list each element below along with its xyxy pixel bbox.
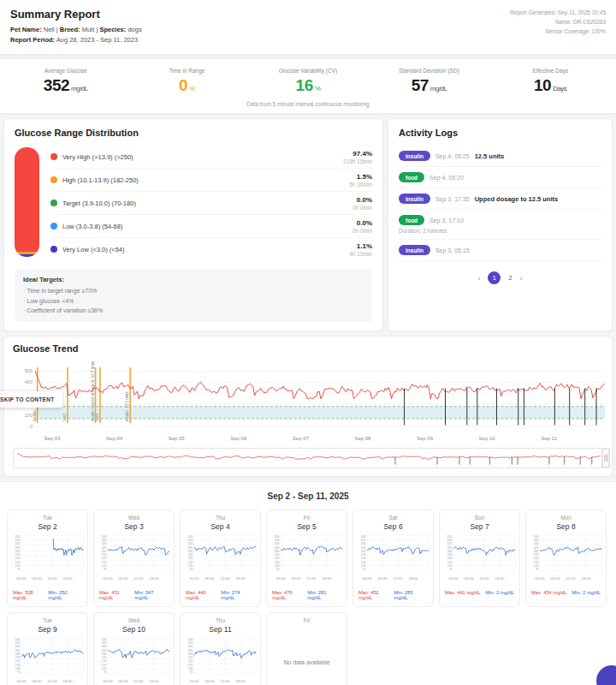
svg-text:12:00: 12:00: [48, 576, 58, 581]
svg-text:06:00: 06:00: [292, 576, 302, 581]
daily-card: FriNo data available: [266, 612, 347, 685]
daily-card: WedSep 105204704203703202702201701207000…: [93, 612, 175, 685]
activity-list: insulinSep 4, 05:2512.5 unitsfoodSep 4, …: [399, 146, 601, 261]
legend-values: 97.4%219h 15min: [343, 150, 372, 164]
stat-unit: Days: [553, 85, 566, 92]
svg-text:insulin: insulin: [33, 409, 37, 420]
range-stacked-bar: [15, 147, 39, 257]
range-dot-icon: [50, 153, 57, 160]
svg-text:Sep 03: Sep 03: [44, 436, 61, 441]
daily-card: FriSep 55204704203703202702201701207000:…: [266, 509, 347, 607]
svg-text:18:00: 18:00: [150, 576, 160, 581]
bar-segment: [15, 254, 39, 257]
daily-card-footer: Max: 441 mg/dLMin: 2 mg/dL: [442, 590, 517, 595]
daily-min-value: Min: 347 mg/dL: [134, 590, 169, 600]
svg-text:06:00: 06:00: [205, 679, 216, 683]
svg-text:70: 70: [104, 568, 107, 571]
daily-card: SunSep 75204704203703202702201701207000:…: [439, 509, 520, 607]
breed-value: Mutt: [82, 26, 95, 33]
glucose-trend-panel: Glucose Trend SKIP TO CONTENT 5004003002…: [3, 336, 613, 477]
svg-text:18:00: 18:00: [323, 576, 333, 581]
svg-text:Sep 07: Sep 07: [293, 436, 310, 441]
daily-max-value: Max: 440 mg/dL: [186, 590, 221, 600]
svg-text:00:00: 00:00: [536, 576, 546, 581]
report-header-left: Summary Report Pet Name: Nell | Breed: M…: [10, 8, 142, 45]
svg-text:00:00: 00:00: [276, 576, 287, 581]
activity-log-item: insulinSep 3, 17:35Upped dosage to 12.5 …: [399, 188, 601, 210]
range-name: Low (3.0-3.8) (54-68): [62, 223, 122, 230]
daily-card-date: Sep 8: [529, 522, 603, 531]
pet-name-value: Nell: [44, 26, 55, 33]
svg-text:12:00: 12:00: [566, 576, 577, 581]
pet-name-label: Pet Name:: [10, 26, 42, 33]
svg-text:06:00: 06:00: [378, 576, 388, 581]
daily-glucose-chart: 5204704203703202702201701207000:0006:001…: [529, 533, 604, 582]
legend-label: Target (3.9-10.0) (70-180): [50, 200, 136, 207]
daily-card-date: Sep 9: [10, 625, 85, 634]
svg-text:insulin: 12.5 units: insulin: 12.5 units: [125, 390, 129, 421]
trend-navigator[interactable]: [13, 448, 610, 468]
svg-text:18:00: 18:00: [63, 679, 74, 683]
svg-text:70: 70: [363, 568, 366, 571]
stat-item: Average Glucose352mg/dL: [5, 68, 127, 95]
pagination-page-1[interactable]: 1: [488, 271, 500, 284]
pagination-next-icon[interactable]: ›: [520, 274, 523, 283]
svg-text:00:00: 00:00: [17, 679, 27, 683]
svg-text:100: 100: [25, 413, 33, 418]
insulin-badge: insulin: [399, 151, 430, 161]
svg-text:0: 0: [30, 424, 33, 429]
svg-text:Sep 05: Sep 05: [169, 436, 186, 441]
stat-value: 0%: [127, 76, 248, 95]
daily-card-day: Sun: [442, 515, 517, 521]
svg-text:18:00: 18:00: [236, 679, 246, 683]
daily-card-day: Mon: [529, 515, 603, 521]
daily-card-day: Wed: [97, 617, 171, 623]
legend-row: Low (3.0-3.8) (54-68)0.0%0h 0min: [50, 215, 372, 238]
legend-row: Very High (>13.9) (>250)97.4%219h 15min: [50, 146, 372, 169]
svg-text:70: 70: [104, 670, 107, 674]
daily-cards-grid: TueSep 25204704203703202702201701207000:…: [4, 509, 612, 685]
stat-unit: mg/dL: [71, 85, 88, 92]
daily-card: ThuSep 115204704203703202702201701207000…: [180, 612, 261, 685]
trend-title: Glucose Trend: [13, 343, 603, 354]
stats-footnote: Data from 5 minute interval continuous m…: [5, 101, 611, 107]
svg-text:06:00: 06:00: [119, 679, 129, 683]
svg-text:Sep 10: Sep 10: [479, 436, 496, 441]
legend-label: Very High (>13.9) (>250): [50, 153, 133, 161]
pagination-page-2[interactable]: 2: [508, 274, 512, 282]
glucose-range-distribution-panel: Glucose Range Distribution Very High (>1…: [3, 118, 383, 331]
daily-card-footer: Max: 440 mg/dLMin: 274 mg/dL: [183, 590, 258, 600]
legend-values: 0.0%0h 0min: [352, 219, 372, 234]
stats-row: Average Glucose352mg/dLTime in Range0%Gl…: [5, 68, 611, 95]
stat-label: Average Glucose: [5, 68, 127, 74]
stat-item: Glucose Variability (CV)16%: [247, 68, 369, 95]
daily-card-date: Sep 7: [442, 522, 517, 531]
skip-to-content-button[interactable]: SKIP TO CONTENT: [0, 391, 62, 408]
legend-label: Low (3.0-3.8) (54-68): [50, 223, 122, 230]
range-name: High (10.1-13.9) (182-250): [62, 176, 139, 184]
ideal-targets-box: Ideal Targets: Time in target range ≥70%…: [15, 270, 372, 322]
daily-glucose-chart: 5204704203703202702201701207000:0006:001…: [356, 533, 431, 582]
daily-glucose-chart: 5204704203703202702201701207000:0006:001…: [270, 533, 345, 582]
daily-card-footer: Max: 431 mg/dLMin: 347 mg/dL: [97, 590, 171, 600]
svg-text:12:00: 12:00: [134, 576, 145, 581]
svg-text:70: 70: [449, 568, 453, 571]
daily-max-value: Max: 476 mg/dL: [272, 590, 307, 600]
stat-unit: %: [189, 85, 195, 92]
bar-segment: [15, 147, 39, 252]
range-name: Very High (>13.9) (>250): [62, 153, 133, 161]
daily-card-day: Thu: [183, 617, 258, 623]
pagination-prev-icon[interactable]: ‹: [477, 274, 480, 283]
activity-log-item: insulinSep 4, 05:2512.5 units: [399, 146, 601, 167]
svg-text:00:00: 00:00: [449, 576, 459, 581]
daily-card-day: Fri: [270, 515, 344, 521]
breed-label: Breed:: [60, 26, 80, 33]
svg-text:12:00: 12:00: [221, 576, 231, 581]
species-value: dogs: [127, 26, 141, 33]
svg-text:00:00: 00:00: [17, 576, 27, 581]
activity-pagination: ‹12›: [399, 271, 601, 284]
activity-detail: 12.5 units: [475, 152, 505, 160]
daily-glucose-chart: 5204704203703202702201701207000:0006:001…: [97, 533, 172, 582]
activity-time: Sep 4, 05:25: [435, 153, 470, 159]
navigator-handle[interactable]: [602, 449, 609, 468]
